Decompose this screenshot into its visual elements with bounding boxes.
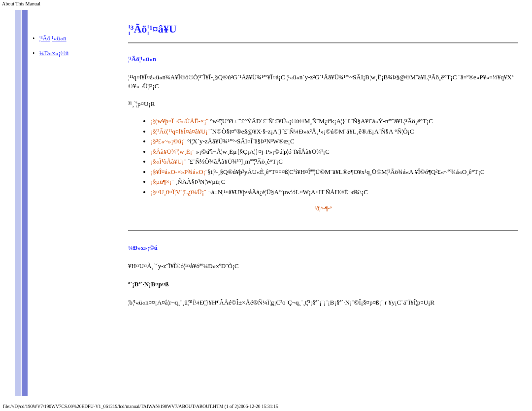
left-stripe-decor — [15, 10, 30, 396]
list-item-hl: ¡§¤U¸ü¤Î¦V´¦L¿ï¾Ü¡¨ — [151, 188, 206, 196]
list-item-tail: »¡©úªì¬Å¦w¸Ëµ{§Ç¡A¦}¤j-P»¡©ú¦p¦ó¨Ï¥ÎÅã¥Ü… — [194, 148, 329, 155]
list-item: ¡§¤U¸ü¤Î¦V´¦L¿ï¾Ü¡¨ ¬à±N¦¹¤â¥U¥þ¤åÂà¿é¦Ü… — [151, 188, 518, 197]
section1-heading: ¦³Ãö¦¹«ü«n — [128, 55, 518, 63]
list-item: ¡§¦w¥þ¤Î¬G»ÙÀË-×¡¨ °w¹ï¦UºØ±`¨£°ÝÃD´£´Ñ´… — [151, 117, 518, 126]
page-corner-title: About This Manual — [2, 1, 40, 6]
sidebar-item-0: • ¦³Ãö¦¹«ü«n — [33, 34, 111, 42]
list-item-tail: ´£¨Ñ½Õ¾ãÅã¥Ü¾¹³]¸mªº¦³Ãö¸ê°T¡C — [186, 158, 283, 165]
section1-p1: ¦¹¹q¤l¥Î¤á«ü«n¾A¥Î©ó©Ò¦³¨Ï¥Î-¸§Q®ú²G´¹Åã… — [128, 73, 518, 90]
list-item-tail: ¸ÑÄÀ§Þ³N¦Wµü¡C — [174, 178, 226, 185]
bullet-icon: • — [33, 49, 35, 57]
list-item: ¡§¦³Ãö¦¹¹q¤l¥Î¤á¤â¥U¡¨´N©Ò§t¤º®e§@¥X·§-z… — [151, 127, 518, 136]
list-item-hl: ¡§¦³Ãö¦¹¹q¤l¥Î¤á¤â¥U¡¨ — [151, 128, 210, 135]
list-item: ¡§²£«~»¡©ú¡¨ °i¦X´y-zÅã¥Ü¾¹ªº~SÂI¤Î¨ä§Þ³… — [151, 137, 518, 146]
divider — [128, 230, 518, 231]
list-item-tail: ´N©Ò§t¤º®e§@¥X·§-z¡A¦}´£¨Ñ¼Ð»x²Å¸¹»¡©ú©M… — [210, 128, 414, 135]
list-item-hl: ¡§µü¶×¡¨ — [151, 178, 174, 185]
back-to-top-link[interactable]: ªð¦^-¶-º — [128, 205, 518, 212]
divider — [128, 42, 518, 43]
section2-subheading: ª`¡Bª`·N¡B¤p¤ß — [128, 280, 518, 288]
list-item-tail: °i¦X´y-zÅã¥Ü¾¹ªº~SÂI¤Î¨ä§Þ³N³W®æ¡C — [186, 137, 295, 145]
bullet-icon: • — [33, 34, 35, 42]
main-content: ¦³Ãö¦¹¤â¥U ¦³Ãö¦¹«ü«n ¦¹¹q¤l¥Î¤á«ü«n¾A¥Î… — [128, 23, 518, 317]
sidebar-link-guide[interactable]: ¦³Ãö¦¹«ü«n — [39, 34, 66, 42]
list-item: ¡§«Ì¹õÅã¥Ü¡¨ ´£¨Ñ½Õ¾ãÅã¥Ü¾¹³]¸mªº¦³Ãö¸ê°… — [151, 157, 518, 166]
stripe-dark — [22, 10, 28, 396]
list-item-tail: ¬à±N¦¹¤â¥U¥þ¤åÂà¿é¦Ü§Aªºµw½L¤W¡A¤H¨ÑÀH®É… — [206, 188, 367, 196]
section2-heading: ¼Ð»x»¡©ú — [128, 244, 518, 252]
footer-file-path: file:///D|/cd/190WV7/190WV7CS.00%20EDFU-… — [3, 404, 278, 409]
list-item-hl: ¡§Åã¥Ü¾¹¦w¸Ë¡¨ — [151, 148, 194, 155]
list-item-tail: §t¦³-¸§Q®ú¥þ²yÅU«È¸ê°T¤¤¤ß¦Cªí¥H¤Îªº¦Ü©M… — [207, 168, 484, 175]
list-item-hl: ¡§¥Î¤á«O-×»P¾á«O¡¨ — [151, 168, 207, 175]
list-item: ¡§Åã¥Ü¾¹¦w¸Ë¡¨ »¡©úªì¬Å¦w¸Ëµ{§Ç¡A¦}¤j-P»… — [151, 147, 518, 156]
list-item-tail: °w¹ï¦UºØ±`¨£°ÝÃD´£´Ñ´£¥Ü»¡©ú©M¸Ñ¨M¿ìªk¡A… — [208, 117, 433, 125]
list-item: ¡§¥Î¤á«O-×»P¾á«O¡¨§t¦³-¸§Q®ú¥þ²yÅU«È¸ê°T… — [151, 168, 518, 176]
section1-p2: ³¹¸`¦p¤U¡R — [128, 100, 518, 108]
list-item-hl: ¡§²£«~»¡©ú¡¨ — [151, 137, 186, 145]
section2-p2: ¦b¦¹«ü«n¤¤¡A¤å¦r¬q¸¨¸ü¦³¹Ï¼Ð¦}¥H¶ÂÅé©Î±×… — [128, 298, 518, 307]
page-title: ¦³Ãö¦¹¤â¥U — [128, 23, 518, 35]
list-item-hl: ¡§«Ì¹õÅã¥Ü¡¨ — [151, 158, 186, 165]
stripe-light — [15, 10, 21, 396]
list-item: ¡§µü¶×¡¨ ¸ÑÄÀ§Þ³N¦Wµü¡C — [151, 177, 518, 186]
sidebar-item-1: • ¼Ð»x»¡©ú — [33, 49, 111, 57]
sidebar-link-notation[interactable]: ¼Ð»x»¡©ú — [39, 49, 68, 57]
section2-p1: ¥H¤U¤À¸`´y-z¨Ï¥Î©ó¦¹¤å¥óªº¼Ð»xºD¨Ò¡C — [128, 262, 518, 271]
list-item-hl: ¡§¦w¥þ¤Î¬G»ÙÀË-×¡¨ — [151, 117, 208, 125]
sidebar-nav: • ¦³Ãö¦¹«ü«n • ¼Ð»x»¡©ú — [33, 34, 111, 64]
content-list: ¡§¦w¥þ¤Î¬G»ÙÀË-×¡¨ °w¹ï¦UºØ±`¨£°ÝÃD´£´Ñ´… — [151, 117, 518, 196]
